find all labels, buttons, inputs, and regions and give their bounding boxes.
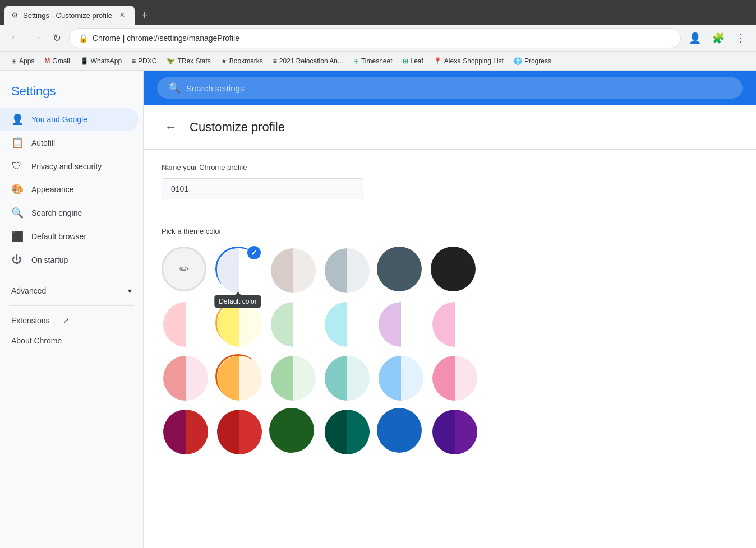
bookmarks-bar: ⊞ Apps M Gmail 📱 WhatsApp ≡ PDXC 🦖 TRex … — [0, 52, 756, 71]
color-swatch-orange[interactable] — [215, 354, 260, 399]
color-swatch-dark-green[interactable] — [269, 408, 314, 453]
tab-bar: ⚙ Settings - Customize profile × + — [0, 0, 756, 25]
page-title: Customize profile — [190, 120, 285, 134]
sidebar-item-default-browser[interactable]: ⬛ Default browser — [0, 225, 139, 248]
default-color-tooltip: Default color — [214, 295, 261, 308]
color-swatch-salmon[interactable] — [162, 354, 206, 399]
color-row-3 — [162, 354, 738, 399]
profile-button[interactable]: 👤 — [685, 29, 704, 48]
bookmark-apps[interactable]: ⊞ Apps — [7, 55, 39, 67]
back-button[interactable]: ← — [162, 117, 181, 138]
sidebar-item-autofill[interactable]: 📋 Autofill — [0, 131, 139, 155]
sidebar: Settings 👤 You and Google 📋 Autofill 🛡 P… — [0, 71, 144, 548]
address-bar[interactable]: 🔒 Chrome | chrome://settings/manageProfi… — [69, 28, 681, 48]
bookmark-trex-label: TRex Stats — [177, 57, 210, 65]
forward-button[interactable]: → — [28, 29, 45, 47]
bookmark-relocation-label: 2021 Relocation An... — [279, 57, 343, 65]
color-swatch-black[interactable] — [431, 247, 476, 291]
bookmark-whatsapp[interactable]: 📱 WhatsApp — [76, 55, 126, 67]
extensions-button[interactable]: 🧩 — [709, 29, 728, 48]
profile-name-input[interactable] — [162, 178, 363, 199]
sidebar-privacy-label: Privacy and security — [31, 162, 102, 171]
bookmark-gmail[interactable]: M Gmail — [40, 55, 74, 67]
color-swatch-dark-red[interactable] — [162, 408, 206, 453]
color-swatch-gray[interactable] — [323, 247, 368, 291]
sidebar-item-label: You and Google — [31, 115, 87, 124]
sidebar-item-search-engine[interactable]: 🔍 Search engine — [0, 201, 139, 225]
bookmark-progress[interactable]: 🌐 Progress — [509, 55, 556, 67]
sidebar-item-advanced[interactable]: Advanced ▾ — [0, 281, 143, 301]
bookmark-alexa-label: Alexa Shopping List — [444, 57, 504, 65]
color-swatch-dark-teal[interactable] — [377, 247, 422, 291]
bookmark-gmail-label: Gmail — [52, 57, 70, 65]
bookmark-leaf-label: Leaf — [411, 57, 423, 65]
reload-button[interactable]: ↻ — [49, 29, 64, 48]
sidebar-browser-label: Default browser — [31, 232, 86, 241]
bookmark-timesheet[interactable]: ⊞ Timesheet — [349, 55, 397, 67]
color-swatch-lavender-light[interactable] — [377, 300, 422, 345]
color-swatch-dark-teal2[interactable] — [323, 408, 368, 453]
color-swatch-purple[interactable] — [431, 408, 476, 453]
color-swatch-default[interactable]: Default color — [215, 247, 260, 291]
sidebar-item-about[interactable]: About Chrome — [0, 331, 143, 351]
sidebar-item-on-startup[interactable]: ⏻ On startup — [0, 248, 139, 271]
chevron-down-icon: ▾ — [128, 286, 132, 295]
name-section-label: Name your Chrome profile — [162, 163, 738, 171]
star-icon: ★ — [221, 57, 227, 65]
sidebar-search-label: Search engine — [31, 208, 82, 217]
tab-title: Settings - Customize profile — [23, 11, 112, 20]
name-section: Name your Chrome profile — [144, 150, 756, 213]
color-swatch-red[interactable] — [215, 408, 260, 453]
color-swatch-dark-blue[interactable] — [377, 408, 422, 453]
color-swatch-salmon-light[interactable] — [162, 300, 206, 345]
bookmark-timesheet-label: Timesheet — [361, 57, 393, 65]
sidebar-divider — [9, 276, 134, 276]
bookmark-pdxc[interactable]: ≡ PDXC — [127, 55, 161, 67]
color-swatch-cyan-light[interactable] — [323, 300, 368, 345]
browser-chrome: ⚙ Settings - Customize profile × + ← → ↻… — [0, 0, 756, 71]
active-tab[interactable]: ⚙ Settings - Customize profile × — [4, 6, 135, 25]
color-swatch-beige[interactable] — [269, 247, 314, 291]
address-text: Chrome | chrome://settings/manageProfile — [93, 34, 239, 43]
color-swatch-custom[interactable]: ✏ — [162, 247, 206, 291]
search-input[interactable] — [186, 83, 731, 93]
advanced-label: Advanced — [11, 286, 46, 295]
color-swatch-green[interactable] — [269, 354, 314, 399]
person-icon: 👤 — [11, 113, 22, 126]
bookmark-bookmarks-label: Bookmarks — [229, 57, 263, 65]
back-button[interactable]: ← — [7, 29, 24, 47]
search-bar[interactable]: 🔍 — [157, 77, 743, 99]
page-header: ← Customize profile — [144, 105, 756, 150]
color-row-4 — [162, 408, 738, 453]
bookmark-relocation[interactable]: ≡ 2021 Relocation An... — [269, 55, 348, 67]
sidebar-item-privacy-security[interactable]: 🛡 Privacy and security — [0, 155, 139, 178]
search-bar-container: 🔍 — [144, 71, 756, 105]
nav-bar: ← → ↻ 🔒 Chrome | chrome://settings/manag… — [0, 25, 756, 52]
color-swatch-green-light[interactable] — [269, 300, 314, 345]
color-swatch-teal[interactable] — [323, 354, 368, 399]
color-swatch-pink[interactable] — [431, 354, 476, 399]
bookmark-alexa[interactable]: 📍 Alexa Shopping List — [429, 55, 508, 67]
search-nav-icon: 🔍 — [11, 207, 22, 219]
color-swatch-blue-light[interactable] — [377, 354, 422, 399]
sidebar-item-extensions[interactable]: Extensions ↗ — [0, 310, 143, 331]
bookmark-apps-label: Apps — [19, 57, 34, 65]
tab-close-button[interactable]: × — [117, 10, 128, 21]
sidebar-divider-2 — [9, 305, 134, 306]
sidebar-item-you-and-google[interactable]: 👤 You and Google — [0, 108, 139, 131]
sidebar-item-appearance[interactable]: 🎨 Appearance — [0, 178, 139, 201]
color-swatch-pink-light[interactable] — [431, 300, 476, 345]
content-area: ← Customize profile Name your Chrome pro… — [144, 105, 756, 475]
apps-icon: ⊞ — [11, 57, 17, 65]
bookmark-leaf[interactable]: ⊞ Leaf — [398, 55, 428, 67]
whatsapp-icon: 📱 — [80, 57, 89, 65]
pencil-icon: ✏ — [179, 262, 189, 276]
lock-icon: 🔒 — [79, 34, 88, 43]
menu-button[interactable]: ⋮ — [732, 29, 749, 48]
bookmark-bookmarks[interactable]: ★ Bookmarks — [216, 55, 268, 67]
trex-icon: 🦖 — [167, 57, 175, 65]
new-tab-button[interactable]: + — [137, 6, 153, 25]
bookmark-trex[interactable]: 🦖 TRex Stats — [162, 55, 215, 67]
sidebar-appearance-label: Appearance — [31, 185, 74, 194]
bookmark-progress-label: Progress — [524, 57, 551, 65]
